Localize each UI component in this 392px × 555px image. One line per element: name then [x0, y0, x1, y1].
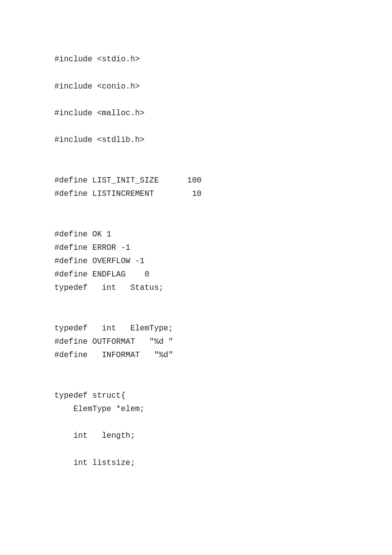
- code-line: int listsize;: [54, 457, 338, 470]
- code-line: #define LISTINCREMENT 10: [54, 187, 338, 201]
- code-line: [54, 147, 338, 161]
- code-line: typedef struct{: [54, 389, 338, 403]
- code-line: #define OUTFORMAT "%d ": [54, 335, 338, 349]
- code-line: #define ENDFLAG 0: [54, 268, 338, 281]
- code-line: [54, 309, 338, 322]
- code-line: #define ERROR -1: [54, 241, 338, 255]
- code-line: #define LIST_INIT_SIZE 100: [54, 174, 338, 187]
- code-line: #include <malloc.h>: [54, 107, 338, 120]
- code-line: #define OVERFLOW -1: [54, 255, 338, 268]
- code-line: typedef int ElemType;: [54, 322, 338, 335]
- code-line: int length;: [54, 429, 338, 443]
- code-line: #include <stdlib.h>: [54, 134, 338, 147]
- code-line: [54, 93, 338, 107]
- code-line: typedef int Status;: [54, 281, 338, 295]
- code-line: [54, 443, 338, 457]
- code-line: #define OK 1: [54, 228, 338, 241]
- code-line: [54, 201, 338, 214]
- code-line: [54, 416, 338, 429]
- code-line: ElemType *elem;: [54, 403, 338, 416]
- code-line: [54, 161, 338, 174]
- code-line: [54, 295, 338, 309]
- code-line: [54, 376, 338, 389]
- code-line: [54, 66, 338, 80]
- code-line: #include <conio.h>: [54, 80, 338, 93]
- code-line: #define INFORMAT "%d": [54, 349, 338, 362]
- code-line: [54, 214, 338, 228]
- code-line: [54, 363, 338, 376]
- code-line: [54, 120, 338, 134]
- code-line: #include <stdio.h>: [54, 53, 338, 66]
- code-content: #include <stdio.h> #include <conio.h> #i…: [54, 40, 338, 470]
